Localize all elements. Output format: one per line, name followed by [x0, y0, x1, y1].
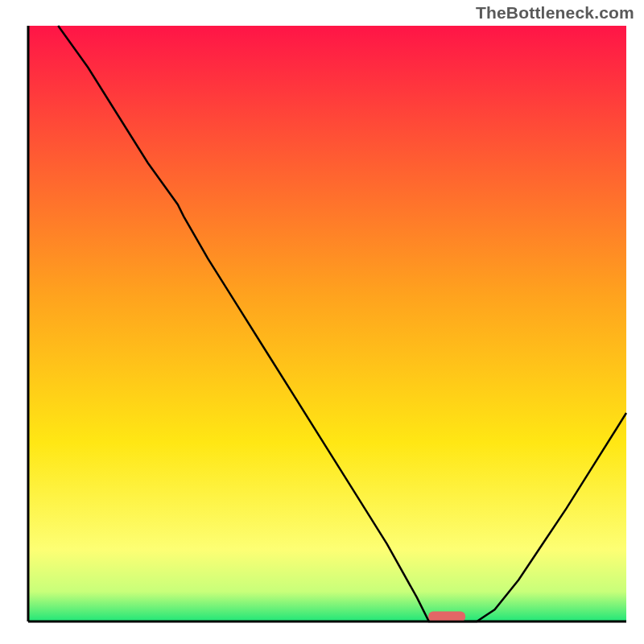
watermark-text: TheBottleneck.com	[476, 3, 634, 23]
bottleneck-chart	[0, 0, 644, 644]
chart-canvas: TheBottleneck.com	[0, 0, 644, 644]
current-position-marker	[428, 612, 465, 622]
